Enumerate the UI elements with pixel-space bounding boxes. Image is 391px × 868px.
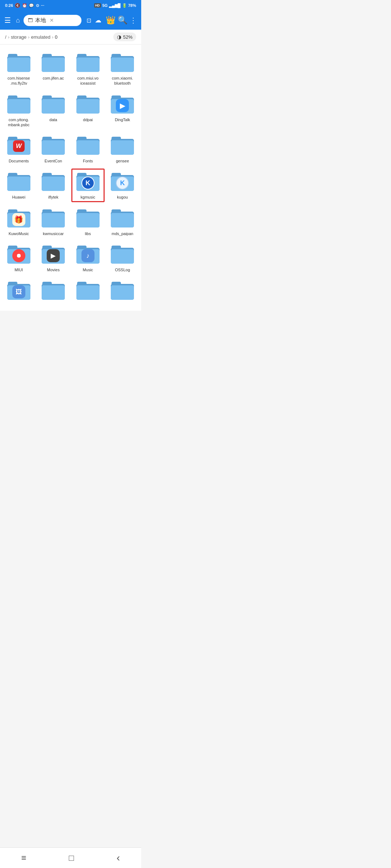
folder-label-data: data xyxy=(50,117,57,122)
folder-label-music: Music xyxy=(83,267,93,272)
svg-rect-29 xyxy=(42,140,65,155)
svg-rect-17 xyxy=(42,99,65,114)
folder-item-data[interactable]: data xyxy=(36,90,71,131)
folder-label-osslog: OSSLog xyxy=(115,267,130,272)
folder-item-osslog[interactable]: OSSLog xyxy=(105,240,140,276)
folder-item-com-miui-voice[interactable]: com.miui.vo iceassist xyxy=(71,48,105,90)
folder-item-kuwomusic[interactable]: 🎁KuwoMusic xyxy=(1,204,36,240)
nav-right-icons: 👑 🔍 ⋮ xyxy=(106,16,137,25)
folder-label-kuwomusic: KuwoMusic xyxy=(9,231,29,236)
folder-item-music[interactable]: ♪Music xyxy=(71,240,105,276)
folder-item-com-yitong[interactable]: com.yitong. mbank.psbc xyxy=(1,90,36,131)
tab-close-button[interactable]: ✕ xyxy=(50,17,54,23)
folder-item-fonts[interactable]: Fonts xyxy=(71,131,105,167)
alarm-icon: ⏰ xyxy=(22,3,27,8)
svg-rect-8 xyxy=(76,58,100,72)
svg-rect-14 xyxy=(7,99,30,114)
more-button[interactable]: ⋮ xyxy=(130,16,137,25)
folder-item-com-hisense[interactable]: com.hisense .ms.fly2tv xyxy=(1,48,36,90)
battery-icon: 🔋 xyxy=(122,3,127,8)
msg-icon: 💬 xyxy=(29,3,34,8)
file-grid: com.hisense .ms.fly2tvcom.jifen.accom.mi… xyxy=(0,44,141,311)
folder-label-fonts: Fonts xyxy=(83,158,93,163)
svg-rect-83 xyxy=(111,285,134,300)
cloud-icon[interactable]: ☁ xyxy=(95,16,101,24)
time-display: 0:26 xyxy=(5,3,13,8)
dots-icon: ··· xyxy=(41,3,44,8)
current-tab[interactable]: 🗔 本地 ✕ xyxy=(24,15,81,26)
folder-item-mds-paipan[interactable]: mds_paipan xyxy=(105,204,140,240)
folder-label-documents: Documents xyxy=(9,158,29,163)
folder-label-com-miui-voice: com.miui.vo iceassist xyxy=(77,76,98,86)
svg-rect-56 xyxy=(76,213,100,227)
svg-rect-41 xyxy=(42,176,65,191)
folder-item-photos1[interactable]: 🖼 xyxy=(1,276,36,307)
breadcrumb: / › storage › emulated › 0 xyxy=(5,34,58,40)
folder-item-kugou[interactable]: Kkugou xyxy=(105,167,140,203)
sep1: › xyxy=(8,34,9,40)
status-left: 0:26 🔇 ⏰ 💬 ⊙ ··· xyxy=(5,3,44,8)
menu-button[interactable]: ☰ xyxy=(4,16,11,25)
search-button[interactable]: 🔍 xyxy=(118,16,127,25)
storage-percent: 52% xyxy=(123,34,133,40)
folder-item-folder3[interactable] xyxy=(71,276,105,307)
crown-button[interactable]: 👑 xyxy=(106,16,115,25)
svg-rect-32 xyxy=(76,140,100,155)
folder-item-eventcon[interactable]: EventCon xyxy=(36,131,71,167)
folder-item-com-xiaomi-bt[interactable]: com.xiaomi. bluetooth xyxy=(105,48,140,90)
folder-label-huawei: Huawei xyxy=(12,195,25,200)
root-link[interactable]: / xyxy=(5,34,7,40)
signal-label: 5G xyxy=(102,3,108,8)
signal-bars: ▂▄▆█ xyxy=(109,3,121,8)
folder-label-kgmusic: kgmusic xyxy=(81,195,95,200)
folder-item-com-jifen[interactable]: com.jifen.ac xyxy=(36,48,71,90)
svg-rect-53 xyxy=(42,213,65,227)
storage-link[interactable]: storage xyxy=(11,34,26,40)
svg-rect-71 xyxy=(111,249,134,264)
folder-item-documents[interactable]: WDocuments xyxy=(1,131,36,167)
mute-icon: 🔇 xyxy=(15,3,20,8)
folder-label-com-xiaomi-bt: com.xiaomi. bluetooth xyxy=(112,76,133,86)
folder-label-libs: libs xyxy=(85,231,91,236)
folder-label-miui: MIUI xyxy=(14,267,23,272)
folder-item-kgmusic[interactable]: Kkgmusic xyxy=(71,167,105,203)
svg-rect-77 xyxy=(42,285,65,300)
folder-label-dingtalk: DingTalk xyxy=(115,117,130,122)
add-tab-icon[interactable]: ⊡ xyxy=(87,17,91,24)
folder-item-ddpai[interactable]: ddpai xyxy=(71,90,105,131)
folder-item-dingtalk[interactable]: ▶DingTalk xyxy=(105,90,140,131)
folder-item-folder2[interactable] xyxy=(36,276,71,307)
folder-item-kwmusiccar[interactable]: kwmusiccar xyxy=(36,204,71,240)
tab-label: 本地 xyxy=(35,17,46,24)
folder-item-libs[interactable]: libs xyxy=(71,204,105,240)
svg-rect-2 xyxy=(7,58,30,72)
svg-rect-59 xyxy=(111,213,134,227)
breadcrumb-bar: / › storage › emulated › 0 ◑ 52% xyxy=(0,30,141,44)
sep3: › xyxy=(52,34,53,40)
svg-rect-80 xyxy=(76,285,100,300)
folder-label-kwmusiccar: kwmusiccar xyxy=(43,231,64,236)
folder-item-gensee[interactable]: gensee xyxy=(105,131,140,167)
hd-badge: HD xyxy=(94,3,101,8)
pie-icon: ◑ xyxy=(117,34,121,40)
svg-rect-5 xyxy=(42,58,65,72)
home-button[interactable]: ⌂ xyxy=(16,17,20,24)
svg-rect-35 xyxy=(111,140,134,155)
folder-label-ddpai: ddpai xyxy=(83,117,93,122)
folder-item-miui[interactable]: ⏺MIUI xyxy=(1,240,36,276)
app-icon: ⊙ xyxy=(36,3,39,8)
folder-label-mds-paipan: mds_paipan xyxy=(112,231,133,236)
folder-item-movies[interactable]: ▶Movies xyxy=(36,240,71,276)
battery-display: 🔋 78% xyxy=(122,3,136,8)
folder-label-movies: Movies xyxy=(47,267,60,272)
emulated-link[interactable]: emulated xyxy=(31,34,50,40)
status-right: HD 5G ▂▄▆█ 🔋 78% xyxy=(94,3,136,8)
folder-item-folder4[interactable] xyxy=(105,276,140,307)
folder-label-gensee: gensee xyxy=(116,158,129,163)
folder-item-huawei[interactable]: Huawei xyxy=(1,167,36,203)
folder-item-iflytek[interactable]: iflytek xyxy=(36,167,71,203)
nav-bar: ☰ ⌂ 🗔 本地 ✕ ⊡ ☁ 👑 🔍 ⋮ xyxy=(0,11,141,30)
current-folder: 0 xyxy=(55,34,58,40)
status-bar: 0:26 🔇 ⏰ 💬 ⊙ ··· HD 5G ▂▄▆█ 🔋 78% xyxy=(0,0,141,11)
folder-label-iflytek: iflytek xyxy=(48,195,58,200)
